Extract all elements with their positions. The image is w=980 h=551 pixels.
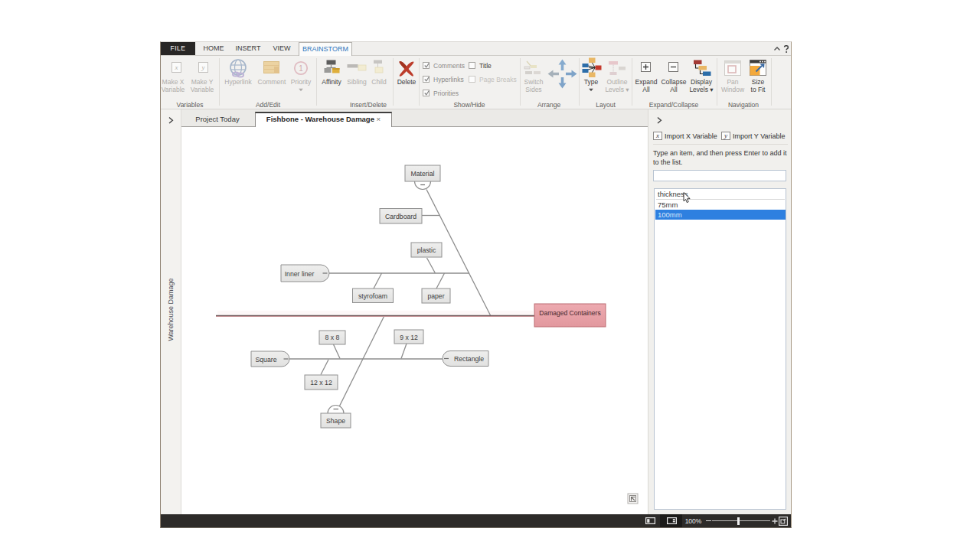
svg-text:Square: Square: [255, 356, 276, 364]
svg-text:Damaged Containers: Damaged Containers: [539, 309, 600, 317]
svg-text:paper: paper: [427, 292, 444, 300]
svg-text:1: 1: [299, 64, 303, 73]
svg-text:Rectangle: Rectangle: [454, 355, 484, 363]
svg-text:9 x 12: 9 x 12: [400, 334, 418, 341]
svg-text:Cardboard: Cardboard: [385, 213, 416, 220]
svg-text:plastic: plastic: [417, 246, 436, 254]
svg-text:12 x 12: 12 x 12: [310, 379, 332, 386]
svg-text:Shape: Shape: [326, 417, 345, 425]
svg-text:Inner liner: Inner liner: [285, 270, 315, 278]
svg-text:Material: Material: [411, 170, 435, 178]
svg-text:8 x 8: 8 x 8: [325, 334, 340, 341]
svg-text:styrofoam: styrofoam: [358, 292, 387, 300]
